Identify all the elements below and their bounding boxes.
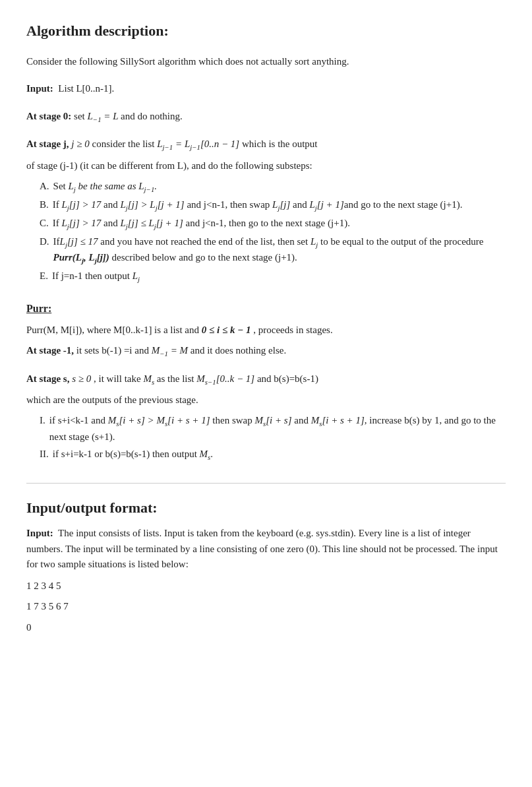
purr-stage-neg1-text: it sets b(-1) =i and: [76, 345, 152, 356]
step-c-label: C.: [40, 216, 49, 232]
io-input-label: Input:: [26, 528, 53, 538]
stage0-formula: L−1 = L: [88, 111, 121, 121]
purr-stage-s-formula3: Ms−1[0..k − 1]: [196, 373, 254, 384]
purr-step-i-item: I. if s+i<k-1 and Ms[i + s] > Ms[i + s +…: [40, 413, 506, 445]
purr-stage-neg1-end: and it does nothing else.: [191, 345, 286, 356]
step-d-item: D. IfLj[j] ≤ 17 and you have not reached…: [40, 234, 506, 267]
step-e-content: If j=n-1 then output Lj: [52, 268, 506, 285]
step-a-content: Set Lj be the same as Lj−1.: [53, 179, 506, 195]
step-a-item: A. Set Lj be the same as Lj−1.: [40, 179, 506, 195]
step-c-content: If Lj[j] > 17 and Lj[j] ≤ Lj[j + 1] and …: [53, 216, 506, 232]
page-title: Algorithm description:: [26, 20, 506, 42]
purr-stage-s-end: and b(s)=b(s-1): [257, 373, 318, 384]
step-b-item: B. If Lj[j] > 17 and Lj[j] > Lj[j + 1] a…: [40, 197, 506, 214]
stage0-line: At stage 0: set L−1 = L and do nothing.: [26, 109, 506, 125]
purr-step-i-content: if s+i<k-1 and Ms[i + s] > Ms[i + s + 1]…: [49, 413, 506, 445]
step-b-label: B.: [40, 197, 49, 214]
purr-intro-line: Purr(M, M[i]), where M[0..k-1] is a list…: [26, 323, 506, 338]
step-b-content: If Lj[j] > 17 and Lj[j] > Lj[j + 1] and …: [53, 197, 506, 214]
stagej-of-text: of stage (j-1) (it can be different from…: [26, 160, 312, 171]
purr-step-i-label: I.: [40, 413, 45, 445]
step-a-label: A.: [40, 179, 49, 195]
algo-substeps: A. Set Lj be the same as Lj−1. B. If Lj[…: [40, 179, 506, 284]
stagej-mid: consider the list: [92, 139, 157, 149]
stagej-formula2: Lj−1 = Lj−1[0..n − 1]: [157, 139, 242, 149]
stage0-end: and do nothing.: [121, 111, 183, 121]
purr-step-ii-content: if s+i=k-1 or b(s)=b(s-1) then output Ms…: [53, 447, 506, 463]
io-input-line: Input: The input consists of lists. Inpu…: [26, 526, 506, 572]
purr-stage-s-end2-text: which are the outputs of the previous st…: [26, 394, 198, 405]
stagej-formula1: j ≥ 0: [71, 139, 92, 149]
step-d-label: D.: [40, 234, 49, 267]
step-d-content: IfLj[j] ≤ 17 and you have not reached th…: [53, 234, 506, 267]
io-heading: Input/output format:: [26, 497, 506, 519]
stagej-which: which is the output: [242, 139, 318, 149]
purr-stage-neg1-line: At stage -1, it sets b(-1) =i and M−1 = …: [26, 343, 506, 360]
stage0-text: set: [74, 111, 87, 121]
purr-step-ii-item: II. if s+i=k-1 or b(s)=b(s-1) then outpu…: [40, 447, 506, 463]
input-label: Input:: [26, 83, 53, 94]
step-c-item: C. If Lj[j] > 17 and Lj[j] ≤ Lj[j + 1] a…: [40, 216, 506, 232]
purr-stage-s-mid2: as the list: [157, 373, 196, 384]
sample2-line: 1 7 3 5 6 7: [26, 599, 506, 614]
purr-step-ii-label: II.: [40, 447, 49, 463]
purr-stage-s-formula2: Ms: [143, 373, 154, 384]
purr-end-text: , proceeds in stages.: [253, 325, 332, 335]
purr-stage-neg1-heading: At stage -1,: [26, 345, 76, 356]
purr-substeps: I. if s+i<k-1 and Ms[i + s] > Ms[i + s +…: [40, 413, 506, 463]
purr-stage-s-formula1: s ≥ 0: [72, 373, 91, 384]
purr-heading: Purr:: [26, 301, 506, 317]
stagej-of-line: of stage (j-1) (it can be different from…: [26, 158, 506, 173]
io-input-text: The input consists of lists. Input is ta…: [26, 528, 498, 569]
purr-formula1: 0 ≤ i ≤ k − 1: [202, 325, 251, 335]
input-value: List L[0..n-1].: [58, 83, 114, 94]
purr-stage-neg1-formula: M−1 = M: [152, 345, 188, 356]
purr-intro-text: Purr(M, M[i]), where M[0..k-1] is a list…: [26, 325, 202, 335]
stagej-heading: At stage j,: [26, 139, 71, 149]
sample3-line: 0: [26, 620, 506, 635]
sample1-line: 1 2 3 4 5: [26, 579, 506, 594]
purr-stage-s-mid: , it will take: [94, 373, 143, 384]
step-e-label: E.: [40, 268, 48, 285]
input-line: Input: List L[0..n-1].: [26, 81, 506, 96]
stage0-heading: At stage 0:: [26, 111, 74, 121]
stagej-line: At stage j, j ≥ 0 consider the list Lj−1…: [26, 137, 506, 153]
purr-stage-s-line: At stage s, s ≥ 0 , it will take Ms as t…: [26, 371, 506, 388]
purr-stage-s-heading: At stage s,: [26, 373, 72, 384]
purr-stage-s-end2-line: which are the outputs of the previous st…: [26, 393, 506, 408]
intro-text: Consider the following SillySort algorit…: [26, 54, 506, 69]
step-e-item: E. If j=n-1 then output Lj: [40, 268, 506, 285]
